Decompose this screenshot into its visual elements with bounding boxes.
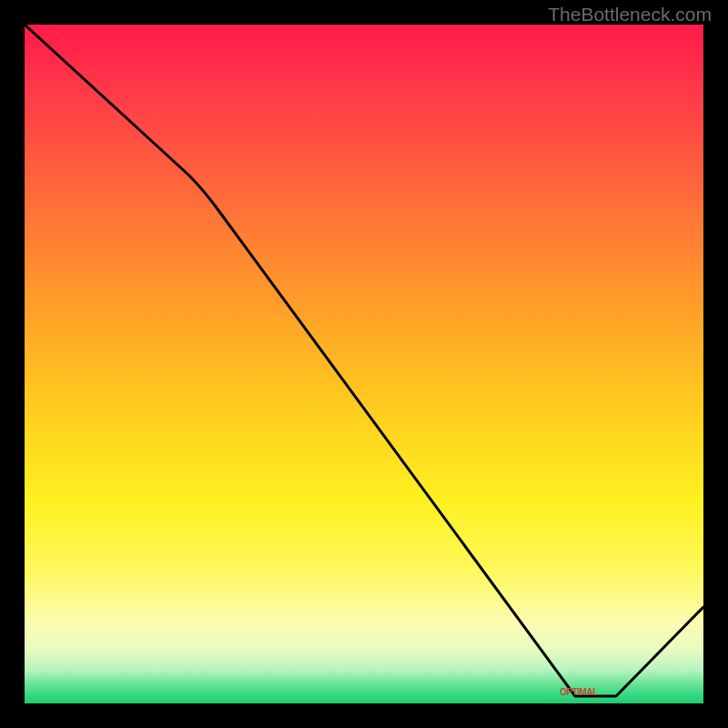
chart-plot-area: OPTIMAL <box>25 25 703 703</box>
optimal-label: OPTIMAL <box>560 687 598 697</box>
chart-line-svg <box>25 25 703 703</box>
watermark-text: TheBottleneck.com <box>548 4 712 25</box>
bottleneck-curve <box>25 25 703 696</box>
